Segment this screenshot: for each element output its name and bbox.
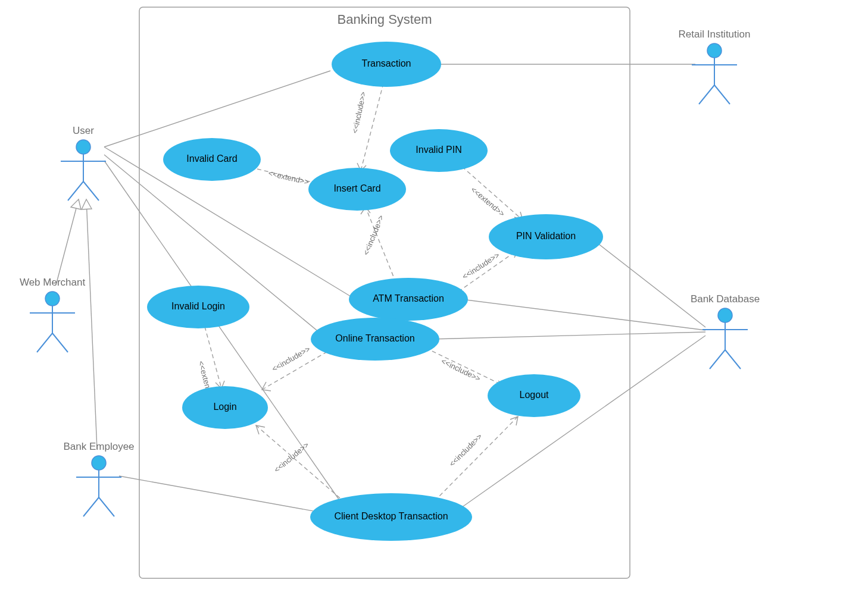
svg-line-4 — [119, 476, 333, 515]
svg-text:<<include>>: <<include>> — [270, 344, 311, 374]
svg-text:Bank Database: Bank Database — [691, 293, 760, 305]
svg-point-70 — [718, 308, 732, 322]
actor-bank-database: Bank Database — [691, 293, 760, 369]
svg-marker-11 — [71, 199, 81, 209]
svg-line-10 — [56, 199, 79, 285]
actor-web-merchant: Web Merchant — [20, 277, 86, 352]
actor-bank-employee: Bank Employee — [63, 441, 134, 516]
svg-text:<<include>>: <<include>> — [350, 90, 368, 134]
actor-user: User — [61, 125, 106, 201]
svg-line-0 — [104, 71, 330, 147]
svg-line-74 — [725, 350, 741, 369]
svg-text:<<include>>: <<include>> — [448, 432, 484, 468]
svg-text:Logout: Logout — [520, 390, 549, 400]
svg-line-32 — [435, 416, 518, 501]
svg-point-46 — [76, 140, 90, 154]
svg-text:<<include>>: <<include>> — [272, 440, 310, 475]
svg-line-61 — [83, 497, 99, 516]
svg-point-52 — [45, 292, 60, 306]
svg-line-55 — [37, 333, 52, 352]
svg-text:Invalid PIN: Invalid PIN — [416, 145, 461, 155]
svg-line-3 — [104, 161, 345, 509]
svg-text:Web Merchant: Web Merchant — [20, 277, 86, 288]
actor-retail-institution: Retail Institution — [679, 29, 751, 104]
svg-text:Online Transaction: Online Transaction — [335, 333, 414, 343]
svg-marker-13 — [82, 199, 92, 209]
svg-text:PIN Validation: PIN Validation — [516, 231, 576, 241]
system-title: Banking System — [338, 12, 432, 27]
svg-point-58 — [92, 456, 106, 470]
generalizations — [56, 199, 97, 449]
svg-point-64 — [707, 43, 722, 58]
svg-line-62 — [99, 497, 114, 516]
svg-text:Bank Employee: Bank Employee — [63, 441, 134, 452]
svg-text:Invalid Login: Invalid Login — [171, 301, 225, 311]
svg-text:Login: Login — [213, 402, 236, 412]
svg-text:Client Desktop Transaction: Client Desktop Transaction — [334, 511, 448, 521]
svg-line-56 — [52, 333, 68, 352]
usecases: Transaction Invalid Card Insert Card Inv… — [147, 42, 603, 541]
svg-text:<<extend>>: <<extend>> — [469, 185, 507, 218]
svg-line-73 — [710, 350, 725, 369]
svg-line-49 — [68, 181, 83, 201]
svg-line-8 — [447, 336, 705, 518]
svg-text:<<extend>>: <<extend>> — [267, 168, 310, 186]
svg-text:ATM Transaction: ATM Transaction — [373, 293, 444, 303]
svg-line-12 — [86, 199, 97, 449]
svg-text:Retail Institution: Retail Institution — [679, 29, 751, 40]
svg-line-30 — [256, 425, 345, 503]
svg-line-7 — [430, 332, 705, 339]
svg-line-50 — [83, 181, 99, 201]
svg-text:User: User — [73, 125, 94, 136]
svg-line-67 — [699, 85, 714, 104]
svg-text:Transaction: Transaction — [362, 58, 411, 68]
svg-line-68 — [714, 85, 730, 104]
svg-text:Invalid Card: Invalid Card — [186, 154, 237, 164]
svg-text:<<include>>: <<include>> — [361, 214, 386, 256]
svg-text:<<include>>: <<include>> — [440, 356, 482, 383]
svg-line-9 — [589, 237, 705, 327]
svg-text:Insert Card: Insert Card — [333, 183, 380, 193]
svg-line-6 — [461, 299, 705, 330]
